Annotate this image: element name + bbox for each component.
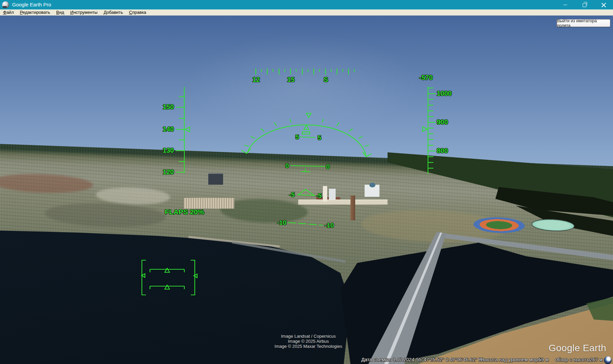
building-highrise <box>208 173 223 185</box>
menu-view[interactable]: Вид <box>53 9 67 16</box>
google-earth-window: Google Earth Pro Файл Редактировать Вид … <box>0 0 613 364</box>
cathedral <box>329 189 336 200</box>
status-eye-alt-value: 267 м <box>590 357 603 362</box>
google-earth-watermark: Google Earth <box>549 343 606 354</box>
status-latitude: 55°47'25.52" С <box>416 357 449 362</box>
menu-file[interactable]: Файл <box>0 9 17 16</box>
streaming-globe-icon <box>604 356 612 364</box>
menu-tools[interactable]: Инструменты <box>67 9 100 16</box>
minimize-button[interactable] <box>558 0 573 9</box>
close-button[interactable] <box>596 0 611 9</box>
status-imagery-date: Дата съемки: 9.17.2024 <box>361 357 415 362</box>
restore-button[interactable] <box>577 0 592 9</box>
status-longitude: 49°06'46.62" В <box>449 357 482 362</box>
building-palace <box>184 198 234 209</box>
exit-flight-simulator-button[interactable]: Выйти из имитатора полета <box>557 19 610 27</box>
status-elevation-label: Высота над уровнем моря: <box>481 357 542 362</box>
google-earth-app-icon <box>2 1 9 8</box>
sky-glare <box>175 29 431 140</box>
window-title: Google Earth Pro <box>12 2 51 7</box>
bell-tower <box>323 186 327 202</box>
status-eye-alt-label: обзор с высоты <box>555 357 590 362</box>
minimize-icon <box>563 5 567 5</box>
kremlin-wall <box>298 200 388 205</box>
menu-add[interactable]: Добавить <box>100 9 126 16</box>
earth-viewport[interactable]: 12 15 S -570 150 140 130 120 1000 900 80… <box>0 16 613 364</box>
menu-help[interactable]: Справка <box>126 9 149 16</box>
status-elevation-value: 59 м <box>539 357 549 362</box>
brick-tower <box>350 195 355 220</box>
title-bar: Google Earth Pro <box>0 0 613 9</box>
close-icon <box>601 2 606 7</box>
menu-bar: Файл Редактировать Вид Инструменты Добав… <box>0 9 613 16</box>
imagery-attribution: Image Landsat / Copernicus Image © 2025 … <box>236 334 381 349</box>
menu-edit[interactable]: Редактировать <box>17 9 53 16</box>
mosque-dome <box>369 183 375 187</box>
restore-icon <box>583 3 586 7</box>
